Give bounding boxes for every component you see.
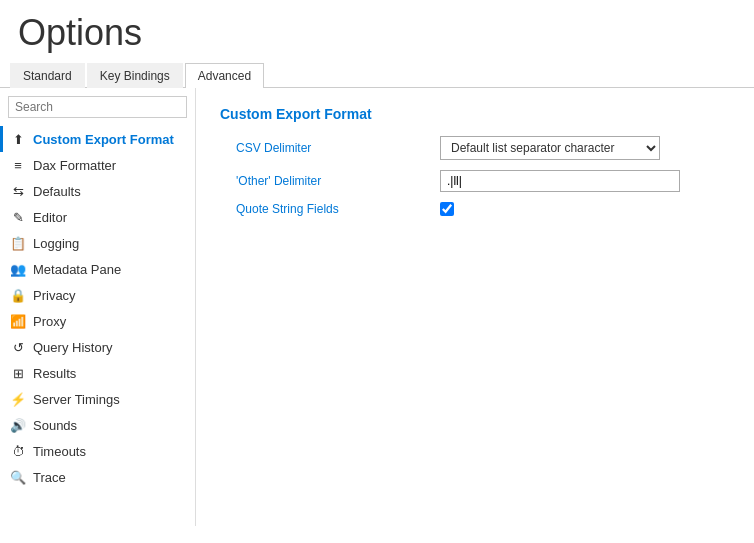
sidebar-item-logging[interactable]: 📋Logging: [0, 230, 195, 256]
quote-string-label: Quote String Fields: [220, 202, 440, 216]
defaults-icon: ⇆: [10, 183, 26, 199]
sounds-icon: 🔊: [10, 417, 26, 433]
other-delimiter-label: 'Other' Delimiter: [220, 174, 440, 188]
csv-delimiter-select[interactable]: Default list separator characterCommaSem…: [440, 136, 660, 160]
sidebar: ⬆Custom Export Format≡Dax Formatter⇆Defa…: [0, 88, 196, 526]
sidebar-item-editor[interactable]: ✎Editor: [0, 204, 195, 230]
sidebar-item-label-privacy: Privacy: [33, 288, 76, 303]
sidebar-item-label-timeouts: Timeouts: [33, 444, 86, 459]
quote-string-control: [440, 202, 730, 216]
section-title: Custom Export Format: [220, 106, 730, 122]
proxy-icon: 📶: [10, 313, 26, 329]
sidebar-item-trace[interactable]: 🔍Trace: [0, 464, 195, 490]
results-icon: ⊞: [10, 365, 26, 381]
metadata-icon: 👥: [10, 261, 26, 277]
formatter-icon: ≡: [10, 157, 26, 173]
history-icon: ↺: [10, 339, 26, 355]
csv-delimiter-row: CSV Delimiter Default list separator cha…: [220, 136, 730, 160]
sidebar-item-custom-export[interactable]: ⬆Custom Export Format: [0, 126, 195, 152]
sidebar-item-privacy[interactable]: 🔒Privacy: [0, 282, 195, 308]
sidebar-item-defaults[interactable]: ⇆Defaults: [0, 178, 195, 204]
other-delimiter-row: 'Other' Delimiter: [220, 170, 730, 192]
sidebar-item-proxy[interactable]: 📶Proxy: [0, 308, 195, 334]
search-input[interactable]: [8, 96, 187, 118]
sidebar-item-label-defaults: Defaults: [33, 184, 81, 199]
timeouts-icon: ⏱: [10, 443, 26, 459]
tab-advanced[interactable]: Advanced: [185, 63, 264, 88]
main-layout: ⬆Custom Export Format≡Dax Formatter⇆Defa…: [0, 88, 754, 526]
sidebar-item-sounds[interactable]: 🔊Sounds: [0, 412, 195, 438]
sidebar-item-dax-formatter[interactable]: ≡Dax Formatter: [0, 152, 195, 178]
tab-standard[interactable]: Standard: [10, 63, 85, 88]
content-area: Custom Export Format CSV Delimiter Defau…: [196, 88, 754, 526]
sidebar-item-query-history[interactable]: ↺Query History: [0, 334, 195, 360]
quote-string-checkbox[interactable]: [440, 202, 454, 216]
logging-icon: 📋: [10, 235, 26, 251]
privacy-icon: 🔒: [10, 287, 26, 303]
sidebar-item-label-custom-export: Custom Export Format: [33, 132, 174, 147]
sidebar-item-results[interactable]: ⊞Results: [0, 360, 195, 386]
sidebar-item-timeouts[interactable]: ⏱Timeouts: [0, 438, 195, 464]
export-icon: ⬆: [10, 131, 26, 147]
sidebar-item-label-query-history: Query History: [33, 340, 112, 355]
trace-icon: 🔍: [10, 469, 26, 485]
other-delimiter-control: [440, 170, 730, 192]
tab-keybindings[interactable]: Key Bindings: [87, 63, 183, 88]
quote-string-row: Quote String Fields: [220, 202, 730, 216]
sidebar-item-label-metadata-pane: Metadata Pane: [33, 262, 121, 277]
sidebar-item-label-logging: Logging: [33, 236, 79, 251]
csv-delimiter-control: Default list separator characterCommaSem…: [440, 136, 730, 160]
sidebar-item-metadata-pane[interactable]: 👥Metadata Pane: [0, 256, 195, 282]
sidebar-item-label-results: Results: [33, 366, 76, 381]
sidebar-item-label-proxy: Proxy: [33, 314, 66, 329]
sidebar-item-label-sounds: Sounds: [33, 418, 77, 433]
other-delimiter-input[interactable]: [440, 170, 680, 192]
sidebar-item-label-editor: Editor: [33, 210, 67, 225]
csv-delimiter-label: CSV Delimiter: [220, 141, 440, 155]
editor-icon: ✎: [10, 209, 26, 225]
tabs-bar: Standard Key Bindings Advanced: [0, 62, 754, 88]
sidebar-item-label-dax-formatter: Dax Formatter: [33, 158, 116, 173]
sidebar-item-label-server-timings: Server Timings: [33, 392, 120, 407]
sidebar-item-server-timings[interactable]: ⚡Server Timings: [0, 386, 195, 412]
sidebar-item-label-trace: Trace: [33, 470, 66, 485]
page-title: Options: [0, 0, 754, 62]
server-icon: ⚡: [10, 391, 26, 407]
